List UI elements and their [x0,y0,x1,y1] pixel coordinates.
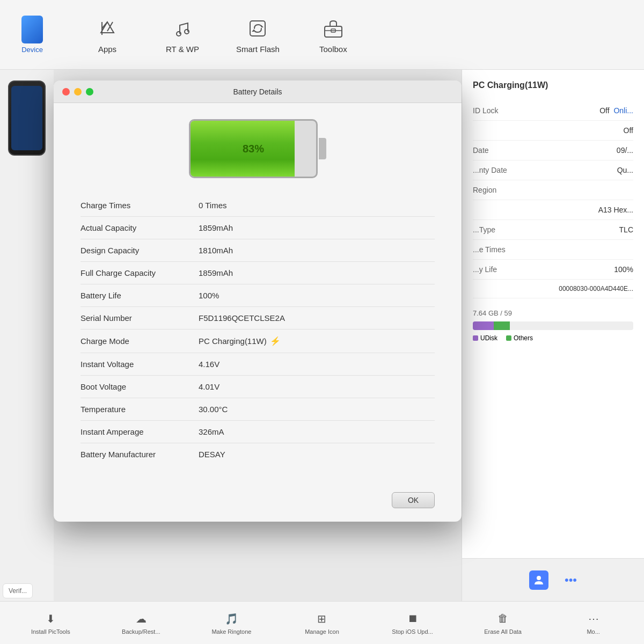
label-boot-voltage: Boot Voltage [80,382,199,391]
toolbar-item-install-pictools[interactable]: ⬇ Install PicTools [26,611,75,635]
row-temperature: Temperature 30.00°C [80,398,435,421]
backup-label: Backup/Rest... [122,628,160,635]
toolbar-item-more[interactable]: ⋯ Mo... [569,611,618,635]
row-instant-voltage: Instant Voltage 4.16V [80,353,435,376]
rt-wp-nav-label: RT & WP [166,45,199,54]
row-design-capacity: Design Capacity 1810mAh [80,239,435,262]
toolbar-item-ringtone[interactable]: 🎵 Make Ringtone [207,611,255,635]
battery-data-table: Charge Times 0 Times Actual Capacity 185… [80,194,435,465]
battery-container: 83% [80,119,435,178]
row-battery-manufacturer: Battery Manufacturer DESAY [80,443,435,465]
row-charge-mode: Charge Mode PC Charging(11W) ⚡ [80,330,435,353]
bottom-toolbar: ⬇ Install PicTools ☁ Backup/Rest... 🎵 Ma… [0,601,644,644]
battery-body: 83% [189,119,318,178]
verify-button[interactable]: Verif... [3,583,33,598]
value-instant-voltage: 4.16V [199,360,219,369]
row-serial-number: Serial Number F5D1196QCETCLSE2A [80,307,435,330]
nav-item-rt-wp[interactable]: RT & WP [161,16,204,54]
value-actual-capacity: 1859mAh [199,223,233,232]
manage-icon-label: Manage Icon [305,628,339,635]
apps-nav-label: Apps [98,45,116,54]
label-temperature: Temperature [80,405,199,414]
value-temperature: 30.00°C [199,405,228,414]
stop-update-label: Stop iOS Upd... [392,628,433,635]
window-maximize-button[interactable] [86,88,93,96]
device-icon [21,16,43,43]
manage-icon-icon: ⊞ [314,611,330,626]
refresh-icon [245,16,270,41]
toolbar-item-stop-update[interactable]: ⏹ Stop iOS Upd... [389,611,437,635]
window-close-button[interactable] [62,88,70,96]
ok-button[interactable]: OK [392,492,435,508]
dialog-footer: OK [54,481,462,522]
svg-rect-5 [250,21,265,36]
label-serial-number: Serial Number [80,313,199,323]
toolbar-item-erase-data[interactable]: 🗑 Erase All Data [479,611,527,635]
lightning-icon: ⚡ [270,336,281,346]
dialog-overlay: Battery Details 83% Charge Times 0 Times [0,70,644,601]
label-instant-amperage: Instant Amperage [80,427,199,436]
nav-item-toolbox[interactable]: Toolbox [312,16,355,54]
erase-data-label: Erase All Data [484,628,522,635]
stop-update-icon: ⏹ [405,611,420,626]
battery-details-dialog: Battery Details 83% Charge Times 0 Times [54,80,462,522]
label-charge-times: Charge Times [80,201,199,210]
value-battery-manufacturer: DESAY [199,450,225,459]
battery-percent: 83% [191,143,316,155]
install-pictools-icon: ⬇ [43,611,58,626]
music-icon [170,16,195,41]
toolbar-item-manage-icon[interactable]: ⊞ Manage Icon [298,611,346,635]
row-actual-capacity: Actual Capacity 1859mAh [80,217,435,239]
label-charge-mode: Charge Mode [80,336,199,346]
dialog-title: Battery Details [233,87,282,96]
backup-icon: ☁ [134,611,149,626]
battery-graphic: 83% [189,119,326,178]
value-charge-mode: PC Charging(11W) ⚡ [199,336,281,346]
label-design-capacity: Design Capacity [80,246,199,255]
label-actual-capacity: Actual Capacity [80,223,199,232]
label-battery-life: Battery Life [80,291,199,300]
label-battery-manufacturer: Battery Manufacturer [80,450,199,459]
device-label: Device [21,46,43,54]
nav-item-smart-flash[interactable]: Smart Flash [236,16,280,54]
dialog-titlebar: Battery Details [54,80,462,103]
value-design-capacity: 1810mAh [199,246,233,255]
row-boot-voltage: Boot Voltage 4.01V [80,376,435,398]
value-boot-voltage: 4.01V [199,382,219,391]
window-minimize-button[interactable] [74,88,82,96]
value-serial-number: F5D1196QCETCLSE2A [199,313,285,323]
more-icon: ⋯ [586,611,601,626]
apps-icon [94,16,120,41]
toolbox-icon [320,16,346,41]
label-instant-voltage: Instant Voltage [80,360,199,369]
erase-data-icon: 🗑 [495,611,510,626]
label-full-charge: Full Charge Capacity [80,268,199,277]
svg-marker-6 [261,25,264,27]
value-charge-times: 0 Times [199,201,227,210]
battery-tip [319,138,326,159]
toolbox-nav-label: Toolbox [319,45,347,54]
value-instant-amperage: 326mA [199,427,224,436]
svg-rect-8 [325,26,342,37]
dialog-body: 83% Charge Times 0 Times Actual Capacity… [54,103,462,481]
top-navigation: Device Apps RT & WP [0,0,644,70]
value-battery-life: 100% [199,291,219,300]
ringtone-icon: 🎵 [224,611,239,626]
window-buttons [62,88,93,96]
row-charge-times: Charge Times 0 Times [80,194,435,217]
value-full-charge: 1859mAh [199,268,233,277]
toolbar-item-backup[interactable]: ☁ Backup/Rest... [117,611,165,635]
row-full-charge: Full Charge Capacity 1859mAh [80,262,435,284]
nav-item-apps[interactable]: Apps [86,16,129,54]
row-instant-amperage: Instant Amperage 326mA [80,421,435,443]
ringtone-label: Make Ringtone [211,628,251,635]
nav-item-device[interactable]: Device [11,16,54,54]
row-battery-life: Battery Life 100% [80,284,435,307]
smart-flash-nav-label: Smart Flash [236,45,280,54]
install-pictools-label: Install PicTools [31,628,70,635]
more-label: Mo... [587,628,599,635]
